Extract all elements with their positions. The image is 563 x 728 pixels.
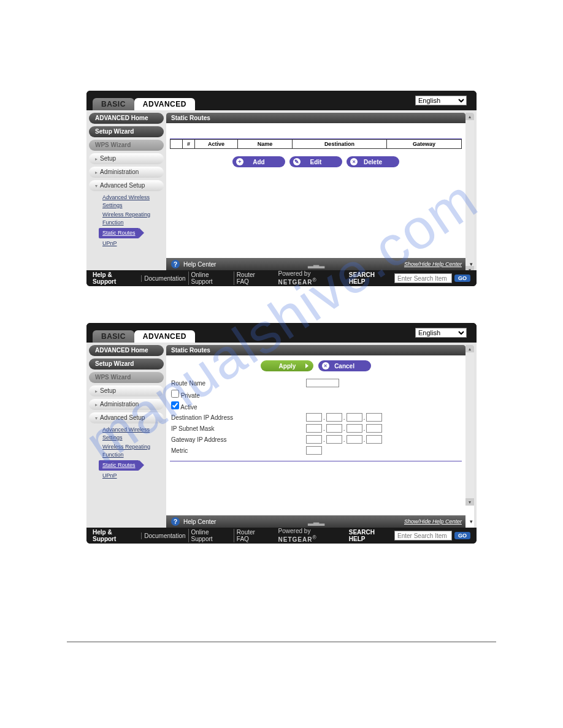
col-select [170, 140, 183, 149]
nav-advanced-home[interactable]: ADVANCED Home [89, 345, 164, 356]
tab-advanced[interactable]: ADVANCED [134, 98, 195, 110]
input-metric[interactable] [306, 446, 322, 455]
input-gateway-1[interactable] [306, 435, 322, 444]
content-panel: ▴ ▾ Static Routes Apply ×Cancel Route Na… [166, 345, 474, 528]
sub-upnp[interactable]: UPnP [102, 472, 164, 480]
search-help-label: SEARCH HELP [349, 529, 392, 542]
question-icon: ? [171, 260, 180, 268]
plus-icon: + [236, 158, 243, 165]
input-subnet-2[interactable] [326, 424, 342, 433]
show-hide-link[interactable]: Show/Hide Help Center [404, 261, 462, 267]
footer-documentation[interactable]: Documentation [141, 275, 188, 282]
x-icon: × [322, 362, 329, 370]
help-center-label: Help Center [183, 261, 216, 268]
col-destination: Destination [292, 140, 386, 149]
scrollbar-vertical[interactable]: ▴ ▾ [465, 345, 474, 506]
help-center-bar[interactable]: ? Help Center ▂▃▂ Show/Hide Help Center … [166, 258, 465, 270]
checkbox-private[interactable] [171, 390, 179, 398]
input-route-name[interactable] [306, 379, 339, 387]
sub-wireless-repeat[interactable]: Wireless Repeating Function [102, 443, 164, 459]
chevron-down-icon: ▾ [470, 518, 473, 525]
nav-wps-wizard[interactable]: WPS Wizard [89, 140, 164, 151]
search-input[interactable] [394, 531, 452, 540]
sidebar: ADVANCED Home Setup Wizard WPS Wizard Se… [86, 343, 166, 528]
footer-documentation[interactable]: Documentation [141, 533, 188, 539]
help-support-label: Help & Support [93, 271, 136, 285]
arrow-right-icon [305, 363, 308, 368]
topbar: BASIC ADVANCED English [86, 91, 477, 110]
footer-online-support[interactable]: Online Support [188, 271, 234, 285]
input-subnet-4[interactable] [366, 424, 382, 433]
footer-router-faq[interactable]: Router FAQ [234, 529, 271, 542]
scroll-down-icon[interactable]: ▾ [465, 498, 474, 506]
nav-advanced-setup[interactable]: Advanced Setup [89, 412, 164, 423]
sub-static-routes[interactable]: Static Routes [99, 228, 139, 238]
footer-bar: Help & Support Documentation Online Supp… [86, 528, 477, 544]
question-icon: ? [171, 517, 180, 526]
help-support-label: Help & Support [93, 529, 136, 542]
sub-adv-wireless[interactable]: Advanced Wireless Settings [102, 194, 164, 210]
search-input[interactable] [394, 273, 452, 283]
edit-button[interactable]: ✎Edit [289, 156, 342, 167]
footer-router-faq[interactable]: Router FAQ [234, 271, 271, 285]
col-gateway: Gateway [386, 140, 461, 149]
sub-static-routes[interactable]: Static Routes [99, 460, 139, 471]
cancel-button[interactable]: ×Cancel [318, 360, 371, 371]
input-gateway-4[interactable] [366, 435, 382, 444]
nav-administration[interactable]: Administration [89, 167, 164, 178]
nav-wps-wizard[interactable]: WPS Wizard [89, 372, 164, 383]
show-hide-link[interactable]: Show/Hide Help Center [404, 518, 462, 525]
nav-advanced-setup[interactable]: Advanced Setup [89, 180, 164, 191]
footer-online-support[interactable]: Online Support [188, 529, 234, 542]
routes-table: # Active Name Destination Gateway [170, 139, 462, 149]
add-button[interactable]: +Add [232, 156, 285, 167]
input-gateway-3[interactable] [347, 435, 362, 444]
nav-setup-wizard[interactable]: Setup Wizard [89, 126, 164, 137]
powered-by-label: Powered by NETGEAR® [278, 270, 349, 286]
tab-basic[interactable]: BASIC [93, 330, 134, 343]
label-active: Active [180, 404, 197, 411]
search-help-label: SEARCH HELP [349, 271, 392, 285]
sub-wireless-repeat[interactable]: Wireless Repeating Function [102, 211, 164, 227]
language-select[interactable]: English [415, 96, 467, 105]
label-subnet: IP Subnet Mask [171, 425, 306, 432]
nav-setup-wizard[interactable]: Setup Wizard [89, 358, 164, 370]
topbar: BASIC ADVANCED English [86, 323, 477, 343]
input-dest-ip-2[interactable] [326, 413, 342, 422]
delete-button[interactable]: ×Delete [347, 156, 399, 167]
nav-administration[interactable]: Administration [89, 399, 164, 410]
label-metric: Metric [171, 447, 306, 454]
router-ui-1: BASIC ADVANCED English ADVANCED Home Set… [86, 91, 477, 286]
label-route-name: Route Name [171, 380, 306, 387]
label-private: Private [181, 392, 200, 399]
apply-button[interactable]: Apply [261, 360, 313, 371]
input-gateway-2[interactable] [326, 435, 342, 444]
tab-advanced[interactable]: ADVANCED [134, 330, 195, 343]
scrollbar-vertical[interactable]: ▴ ▾ [465, 113, 474, 270]
go-button[interactable]: GO [454, 275, 470, 282]
content-panel: ▴ ▾ Static Routes # Active Name [166, 113, 474, 270]
nav-setup[interactable]: Setup [89, 153, 164, 164]
input-subnet-1[interactable] [306, 424, 322, 433]
input-dest-ip-4[interactable] [366, 413, 382, 422]
scroll-up-icon[interactable]: ▴ [465, 113, 474, 120]
checkbox-active[interactable] [171, 401, 179, 409]
grip-icon: ▂▃▂ [308, 260, 324, 268]
pencil-icon: ✎ [293, 158, 301, 165]
nav-setup[interactable]: Setup [89, 385, 164, 396]
col-name: Name [238, 140, 293, 149]
go-button[interactable]: GO [454, 532, 470, 539]
nav-advanced-home[interactable]: ADVANCED Home [89, 113, 164, 124]
tab-basic[interactable]: BASIC [93, 98, 134, 110]
language-select[interactable]: English [415, 328, 467, 338]
input-subnet-3[interactable] [347, 424, 362, 433]
router-ui-2: BASIC ADVANCED English ADVANCED Home Set… [86, 323, 477, 544]
scroll-up-icon[interactable]: ▴ [465, 345, 474, 352]
sub-adv-wireless[interactable]: Advanced Wireless Settings [102, 426, 164, 442]
sub-upnp[interactable]: UPnP [102, 240, 164, 248]
input-dest-ip-1[interactable] [306, 413, 322, 422]
input-dest-ip-3[interactable] [347, 413, 362, 422]
help-center-bar[interactable]: ? Help Center ▂▃▂ Show/Hide Help Center … [166, 515, 465, 528]
panel-title: Static Routes [166, 113, 465, 123]
label-dest-ip: Destination IP Address [171, 414, 306, 421]
